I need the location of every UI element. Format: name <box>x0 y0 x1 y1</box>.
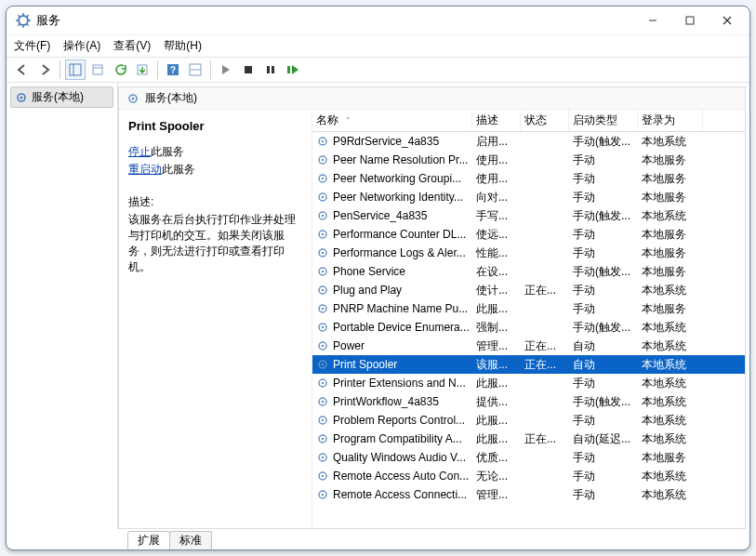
svg-point-0 <box>19 16 28 25</box>
client-area: 服务(本地) 服务(本地) Print Spooler 停止此服务 重启动此服务… <box>7 83 749 529</box>
list-body[interactable]: P9RdrService_4a835启用...手动(触发...本地系统Peer … <box>312 132 745 528</box>
cell-desc: 此服... <box>472 376 521 391</box>
table-row[interactable]: PrintWorkflow_4a835提供...手动(触发...本地系统 <box>312 392 745 411</box>
menu-help[interactable]: 帮助(H) <box>164 38 202 54</box>
service-icon <box>316 284 329 297</box>
service-icon <box>316 209 329 222</box>
table-row[interactable]: Quality Windows Audio V...优质...手动本地服务 <box>312 448 745 467</box>
stop-service-link[interactable]: 停止 <box>128 145 151 158</box>
table-row[interactable]: Performance Logs & Aler...性能...手动本地服务 <box>312 244 745 262</box>
help-button[interactable]: ? <box>163 60 183 80</box>
restart-service-link[interactable]: 重启动 <box>128 163 162 176</box>
table-row[interactable]: Print Spooler该服...正在...自动本地系统 <box>312 355 745 374</box>
cell-logon: 本地服务 <box>638 301 703 317</box>
column-status[interactable]: 状态 <box>521 110 569 131</box>
cell-name: Peer Networking Identity... <box>333 191 463 204</box>
table-row[interactable]: Program Compatibility A...此服...正在...自动(延… <box>312 430 745 448</box>
svg-rect-5 <box>70 64 81 75</box>
table-row[interactable]: Printer Extensions and N...此服...手动本地系统 <box>312 374 745 392</box>
cell-start: 手动(触发... <box>569 208 638 224</box>
svg-point-29 <box>322 196 325 199</box>
gear-icon <box>15 91 28 104</box>
table-row[interactable]: Peer Name Resolution Pr...使用...手动本地服务 <box>312 151 745 169</box>
column-start[interactable]: 启动类型 <box>569 110 638 131</box>
tree-node-label: 服务(本地) <box>32 89 84 105</box>
toolbar-icon[interactable] <box>185 60 206 80</box>
restart-service-button[interactable] <box>283 60 303 80</box>
tab-extended[interactable]: 扩展 <box>127 531 170 549</box>
table-row[interactable]: Power管理...正在...自动本地系统 <box>312 337 745 355</box>
cell-start: 手动 <box>569 413 638 429</box>
pause-service-button[interactable] <box>260 60 281 80</box>
column-name[interactable]: 名称˄ <box>312 110 472 131</box>
table-row[interactable]: Portable Device Enumera...强制...手动(触发...本… <box>312 318 745 337</box>
service-icon <box>316 246 329 259</box>
result-header: 服务(本地) <box>119 87 745 110</box>
svg-point-59 <box>322 475 325 478</box>
svg-point-27 <box>322 178 325 180</box>
tree-pane[interactable]: 服务(本地) <box>7 83 118 529</box>
cell-logon: 本地系统 <box>638 469 703 484</box>
table-row[interactable]: PenService_4a835手写...手动(触发...本地系统 <box>312 206 745 225</box>
cell-logon: 本地系统 <box>638 487 703 503</box>
cell-desc: 此服... <box>472 301 521 317</box>
cell-name: PenService_4a835 <box>333 209 427 222</box>
svg-rect-16 <box>272 66 274 73</box>
table-row[interactable]: Peer Networking Identity...向对...手动本地服务 <box>312 188 745 206</box>
svg-text:?: ? <box>170 65 176 75</box>
cell-name: Program Compatibility A... <box>333 432 462 445</box>
cell-start: 自动 <box>569 357 638 373</box>
table-row[interactable]: Remote Access Connecti...管理...手动本地系统 <box>312 485 745 504</box>
show-hide-tree-button[interactable] <box>65 60 86 80</box>
forward-button[interactable] <box>34 60 55 80</box>
cell-name: Performance Counter DL... <box>333 228 466 241</box>
menu-bar: 文件(F) 操作(A) 查看(V) 帮助(H) <box>7 34 749 57</box>
column-desc[interactable]: 描述 <box>472 110 521 131</box>
cell-start: 手动 <box>569 190 638 205</box>
cell-name: Performance Logs & Aler... <box>333 246 466 259</box>
cell-name: Problem Reports Control... <box>333 414 465 427</box>
menu-file[interactable]: 文件(F) <box>14 38 50 54</box>
maximize-button[interactable] <box>671 7 709 33</box>
table-row[interactable]: Peer Networking Groupi...使用...手动本地服务 <box>312 169 745 188</box>
close-button[interactable] <box>709 7 746 33</box>
export-button[interactable] <box>132 60 153 80</box>
tab-standard[interactable]: 标准 <box>169 531 212 549</box>
svg-point-51 <box>322 401 325 404</box>
service-icon <box>316 488 329 501</box>
cell-desc: 使计... <box>472 283 521 298</box>
cell-start: 手动(触发... <box>569 394 638 410</box>
column-logon[interactable]: 登录为 <box>638 110 703 131</box>
cell-name: PrintWorkflow_4a835 <box>333 395 439 408</box>
table-row[interactable]: Remote Access Auto Con...无论...手动本地系统 <box>312 467 745 485</box>
cell-start: 手动(触发... <box>569 264 638 280</box>
title-bar[interactable]: 服务 <box>7 7 749 34</box>
properties-button[interactable] <box>87 60 108 80</box>
back-button[interactable] <box>12 60 33 80</box>
table-row[interactable]: P9RdrService_4a835启用...手动(触发...本地系统 <box>312 132 745 151</box>
minimize-button[interactable] <box>634 7 671 33</box>
start-service-button[interactable] <box>216 60 236 80</box>
table-row[interactable]: PNRP Machine Name Pu...此服...手动本地服务 <box>312 299 745 318</box>
tree-node-services-local[interactable]: 服务(本地) <box>10 86 113 108</box>
table-row[interactable]: Problem Reports Control...此服...手动本地系统 <box>312 411 745 430</box>
cell-name: Phone Service <box>333 265 405 278</box>
cell-logon: 本地服务 <box>638 264 703 280</box>
sort-asc-icon: ˄ <box>346 116 351 126</box>
service-icon <box>316 451 329 464</box>
table-row[interactable]: Phone Service在设...手动(触发...本地服务 <box>312 262 745 281</box>
cell-name: Remote Access Auto Con... <box>333 470 469 483</box>
table-row[interactable]: Performance Counter DL...使远...手动本地服务 <box>312 225 745 244</box>
cell-name: Quality Windows Audio V... <box>333 451 466 464</box>
cell-desc: 使用... <box>472 171 521 187</box>
refresh-button[interactable] <box>110 60 130 80</box>
table-row[interactable]: Plug and Play使计...正在...手动本地系统 <box>312 281 745 299</box>
stop-service-button[interactable] <box>238 60 259 80</box>
cell-logon: 本地系统 <box>638 357 703 373</box>
cell-start: 自动(延迟... <box>569 431 638 447</box>
menu-view[interactable]: 查看(V) <box>113 38 151 54</box>
result-header-label: 服务(本地) <box>145 90 197 106</box>
service-icon <box>316 377 329 390</box>
menu-action[interactable]: 操作(A) <box>63 38 100 54</box>
service-icon <box>316 414 329 427</box>
